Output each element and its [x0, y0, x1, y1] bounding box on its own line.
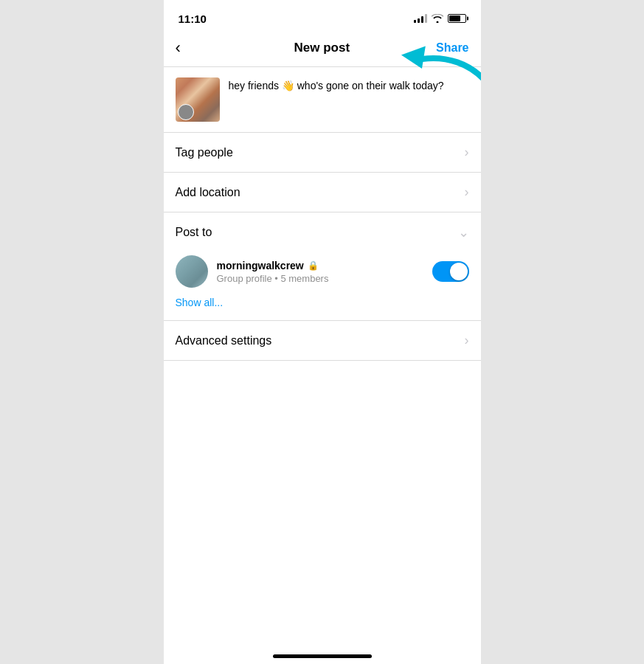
group-text: morningwalkcrew 🔒 Group profile • 5 memb…	[217, 260, 329, 284]
post-to-toggle[interactable]	[432, 261, 469, 282]
add-location-chevron: ›	[465, 184, 469, 200]
status-time: 11:10	[179, 13, 207, 25]
advanced-settings-label: Advanced settings	[176, 334, 272, 347]
wifi-icon	[432, 14, 443, 23]
share-button[interactable]: Share	[436, 41, 468, 55]
post-caption: hey friends 👋 who's gone on their walk t…	[229, 77, 469, 94]
advanced-settings-chevron: ›	[465, 333, 469, 348]
tag-people-chevron: ›	[465, 145, 469, 160]
show-all-button[interactable]: Show all...	[176, 297, 469, 308]
post-thumbnail	[176, 77, 220, 122]
page-title: New post	[294, 41, 350, 55]
status-bar: 11:10	[164, 0, 481, 32]
add-location-row[interactable]: Add location ›	[164, 173, 481, 212]
group-name: morningwalkcrew 🔒	[217, 260, 329, 272]
group-meta: Group profile • 5 members	[217, 273, 329, 284]
tag-people-row[interactable]: Tag people ›	[164, 133, 481, 173]
tag-people-label: Tag people	[176, 146, 233, 159]
back-button[interactable]: ‹	[176, 38, 208, 58]
add-location-label: Add location	[176, 186, 240, 199]
advanced-settings-row[interactable]: Advanced settings ›	[164, 321, 481, 361]
lock-icon: 🔒	[308, 260, 319, 271]
battery-icon	[448, 14, 466, 23]
post-to-label: Post to	[176, 226, 212, 239]
post-to-header[interactable]: Post to ⌄	[164, 212, 481, 252]
post-to-content: morningwalkcrew 🔒 Group profile • 5 memb…	[164, 252, 481, 320]
nav-bar: ‹ New post Share	[164, 32, 481, 67]
post-to-section: Post to ⌄ morningwalkcrew 🔒	[164, 212, 481, 321]
group-info: morningwalkcrew 🔒 Group profile • 5 memb…	[176, 255, 329, 288]
post-preview: hey friends 👋 who's gone on their walk t…	[164, 67, 481, 133]
group-avatar	[176, 255, 208, 288]
toggle-knob	[450, 263, 468, 280]
status-icons	[414, 14, 466, 23]
post-to-chevron: ⌄	[458, 224, 469, 241]
signal-icon	[414, 14, 427, 23]
group-row: morningwalkcrew 🔒 Group profile • 5 memb…	[176, 255, 469, 288]
home-indicator	[273, 654, 372, 658]
